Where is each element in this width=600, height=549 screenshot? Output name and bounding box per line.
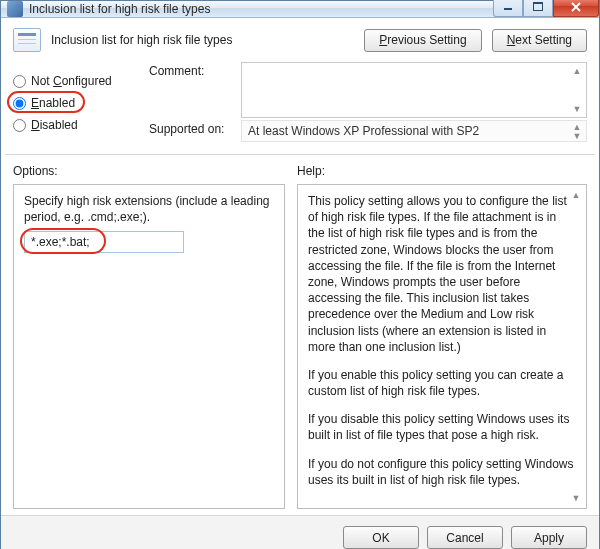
policy-heading-title: Inclusion list for high risk file types (51, 33, 354, 47)
help-text: If you enable this policy setting you ca… (308, 367, 576, 399)
help-heading: Help: (297, 164, 587, 184)
scroll-down-icon[interactable]: ▼ (570, 131, 584, 140)
help-column: Help: This policy setting allows you to … (297, 164, 587, 509)
scrollbar[interactable]: ▲ ▼ (569, 189, 583, 504)
options-panel: Specify high risk extensions (include a … (13, 184, 285, 509)
help-text: If you disable this policy setting Windo… (308, 411, 576, 443)
extensions-input[interactable] (24, 231, 184, 253)
radio-enabled-input[interactable] (13, 97, 26, 110)
supported-row: Supported on: At least Windows XP Profes… (149, 120, 587, 142)
client-area: Inclusion list for high risk file types … (1, 18, 599, 549)
options-heading: Options: (13, 164, 285, 184)
heading-row: Inclusion list for high risk file types … (1, 18, 599, 60)
policy-heading-icon (13, 28, 41, 52)
comment-label: Comment: (149, 62, 235, 78)
cancel-button[interactable]: Cancel (427, 526, 503, 549)
supported-label: Supported on: (149, 120, 235, 136)
hotkey: P (379, 33, 387, 47)
scrollbar[interactable]: ▲ ▼ (570, 122, 584, 140)
scroll-up-icon[interactable]: ▲ (569, 189, 583, 201)
state-radios: Not Configured Enabled Disabled (13, 62, 139, 144)
dialog-footer: OK Cancel Apply (1, 515, 599, 549)
comment-row: Comment: ▲ ▼ (149, 62, 587, 118)
radio-disabled-input[interactable] (13, 119, 26, 132)
policy-icon (7, 1, 23, 17)
comment-textarea[interactable]: ▲ ▼ (241, 62, 587, 118)
extensions-label: Specify high risk extensions (include a … (24, 193, 274, 225)
meta-column: Comment: ▲ ▼ Supported on: At least Wind… (149, 62, 587, 144)
config-area: Not Configured Enabled Disabled Comment: (1, 60, 599, 150)
titlebar[interactable]: Inclusion list for high risk file types (1, 1, 599, 18)
radio-not-configured-input[interactable] (13, 75, 26, 88)
previous-setting-button[interactable]: Previous Setting (364, 29, 481, 52)
scrollbar[interactable]: ▲ ▼ (570, 65, 584, 115)
close-button[interactable] (553, 0, 599, 17)
ok-button[interactable]: OK (343, 526, 419, 549)
options-column: Options: Specify high risk extensions (i… (13, 164, 285, 509)
minimize-button[interactable] (493, 0, 523, 17)
window-title: Inclusion list for high risk file types (29, 2, 493, 16)
scroll-up-icon[interactable]: ▲ (570, 65, 584, 77)
svg-rect-0 (504, 8, 512, 10)
splitter[interactable] (5, 154, 595, 160)
apply-button[interactable]: Apply (511, 526, 587, 549)
supported-value-box: At least Windows XP Professional with SP… (241, 120, 587, 142)
radio-enabled[interactable]: Enabled (13, 92, 139, 114)
radio-not-configured[interactable]: Not Configured (13, 70, 139, 92)
scroll-down-icon[interactable]: ▼ (569, 492, 583, 504)
lower-area: Options: Specify high risk extensions (i… (1, 164, 599, 515)
hotkey: N (507, 33, 516, 47)
radio-disabled[interactable]: Disabled (13, 114, 139, 136)
scroll-down-icon[interactable]: ▼ (570, 103, 584, 115)
policy-dialog: Inclusion list for high risk file types … (0, 0, 600, 549)
supported-value: At least Windows XP Professional with SP… (248, 124, 479, 138)
help-text: If you do not configure this policy sett… (308, 456, 576, 488)
window-buttons (493, 0, 599, 17)
svg-rect-2 (533, 2, 543, 4)
maximize-button[interactable] (523, 0, 553, 17)
next-setting-button[interactable]: Next Setting (492, 29, 587, 52)
help-panel[interactable]: This policy setting allows you to config… (297, 184, 587, 509)
help-text: This policy setting allows you to config… (308, 193, 576, 355)
